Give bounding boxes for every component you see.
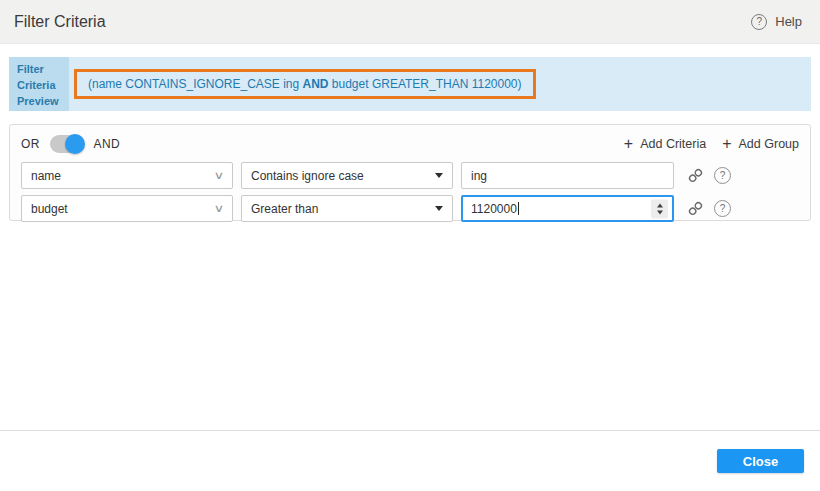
criteria-group: OR AND + Add Criteria + Add Group name ∨…: [9, 124, 811, 221]
chevron-down-icon: ∨: [214, 169, 225, 182]
spinner-down-icon: [657, 210, 663, 214]
preview-panel: (name CONTAINS_IGNORE_CASE ing AND budge…: [69, 57, 811, 111]
question-icon: ?: [714, 200, 731, 217]
row-help-button[interactable]: ?: [714, 167, 731, 184]
expression-post: budget GREATER_THAN 1120000): [329, 77, 522, 91]
add-group-button[interactable]: + Add Group: [722, 136, 799, 152]
caret-down-icon: [435, 173, 443, 178]
field-select-value: name: [31, 169, 61, 183]
plus-icon: +: [624, 136, 633, 152]
number-spinner[interactable]: [651, 199, 668, 218]
operator-toggle-row: OR AND + Add Criteria + Add Group: [21, 132, 799, 156]
value-input-text: ing: [471, 169, 487, 183]
page-title: Filter Criteria: [14, 13, 106, 31]
criteria-row: name ∨ Contains ignore case ing ?: [21, 162, 799, 189]
close-button[interactable]: Close: [717, 449, 804, 473]
or-label: OR: [21, 137, 40, 151]
group-actions: + Add Criteria + Add Group: [624, 136, 799, 152]
caret-down-icon: [435, 206, 443, 211]
link-criteria-button[interactable]: [684, 201, 706, 216]
row-help-button[interactable]: ?: [714, 200, 731, 217]
and-label: AND: [94, 137, 120, 151]
operator-select-value: Greater than: [251, 202, 318, 216]
footer-divider: [0, 430, 820, 431]
or-and-toggle[interactable]: [50, 135, 84, 153]
link-icon: [688, 201, 703, 216]
toggle-knob-icon: [65, 134, 85, 154]
plus-icon: +: [722, 136, 731, 152]
text-caret: [518, 202, 519, 215]
operator-select-value: Contains ignore case: [251, 169, 364, 183]
filter-criteria-preview: Filter Criteria Preview (name CONTAINS_I…: [9, 57, 811, 111]
operator-select[interactable]: Contains ignore case: [241, 162, 453, 189]
help-label: Help: [775, 14, 802, 29]
value-input[interactable]: ing: [461, 162, 674, 189]
value-input[interactable]: 1120000: [461, 195, 674, 222]
link-criteria-button[interactable]: [684, 168, 706, 183]
field-select[interactable]: name ∨: [21, 162, 233, 189]
expression-pre: (name CONTAINS_IGNORE_CASE ing: [88, 77, 303, 91]
help-icon: ?: [751, 14, 767, 30]
preview-label: Filter Criteria Preview: [9, 57, 69, 111]
chevron-down-icon: ∨: [214, 202, 225, 215]
value-input-text: 1120000: [471, 202, 517, 216]
add-group-label: Add Group: [739, 137, 799, 151]
spinner-up-icon: [657, 203, 663, 207]
help-button[interactable]: ? Help: [751, 14, 802, 30]
field-select[interactable]: budget ∨: [21, 195, 233, 222]
link-icon: [688, 168, 703, 183]
add-criteria-button[interactable]: + Add Criteria: [624, 136, 706, 152]
field-select-value: budget: [31, 202, 68, 216]
expression-operator: AND: [303, 77, 329, 91]
preview-expression-highlight: (name CONTAINS_IGNORE_CASE ing AND budge…: [74, 69, 536, 99]
dialog-header: Filter Criteria ? Help: [0, 0, 820, 44]
operator-select[interactable]: Greater than: [241, 195, 453, 222]
question-icon: ?: [714, 167, 731, 184]
criteria-row: budget ∨ Greater than 1120000 ?: [21, 195, 799, 222]
add-criteria-label: Add Criteria: [640, 137, 706, 151]
